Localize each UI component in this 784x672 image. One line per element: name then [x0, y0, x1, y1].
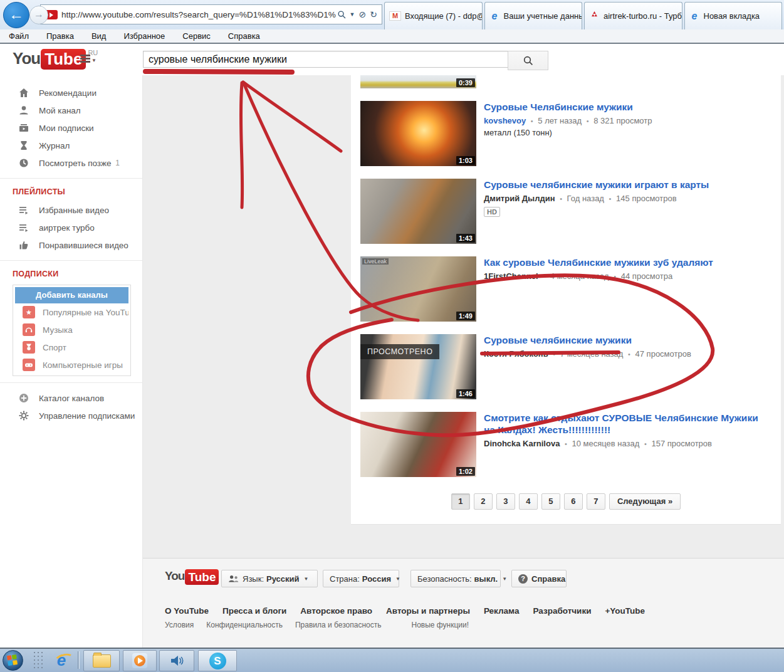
country-dropdown[interactable]: Страна: Россия ▼ — [323, 570, 399, 587]
taskbar-grip-handle[interactable] — [33, 651, 44, 669]
youtube-header: You Tube RU ▼ — [0, 44, 784, 75]
safety-dropdown[interactable]: Безопасность: выкл. ▼ — [410, 570, 501, 587]
menu-favorites[interactable]: Избранное — [115, 31, 174, 41]
compatibility-icon[interactable]: ⊘ — [359, 9, 367, 19]
footer-link-developers[interactable]: Разработчики — [533, 606, 591, 616]
channel-link[interactable]: 1FirstChannel — [484, 271, 538, 281]
sidebar-item-liked-videos[interactable]: Понравившиеся видео — [0, 236, 142, 254]
taskbar-volume-button[interactable] — [159, 650, 194, 671]
add-channels-button[interactable]: Добавить каналы — [15, 287, 128, 303]
separator-dot: • — [628, 350, 630, 358]
logo-you-text: You — [165, 569, 184, 585]
video-thumbnail[interactable]: 1:03 — [360, 101, 476, 166]
video-age: Год назад — [567, 194, 604, 203]
menu-file[interactable]: Файл — [0, 31, 38, 41]
guide-menu-button[interactable]: ▼ — [80, 55, 97, 65]
sidebar-item-manage-subscriptions[interactable]: Управление подписками — [0, 407, 142, 424]
view-count: 145 просмотров — [616, 194, 677, 203]
tab-gmail[interactable]: M Входящие (7) - ddp@as... — [384, 2, 483, 29]
footer-link-advertise[interactable]: Реклама — [484, 606, 520, 616]
search-result-4: ПРОСМОТРЕНО 1:46 Суровые челябинские муж… — [360, 334, 781, 399]
page-button-1[interactable]: 1 — [451, 493, 470, 510]
menu-view[interactable]: Вид — [83, 31, 115, 41]
sidebar-item-music[interactable]: Музыка — [15, 321, 128, 339]
media-player-icon — [132, 653, 147, 668]
channel-link[interactable]: kovshevoy — [484, 116, 526, 125]
taskbar-explorer-button[interactable] — [83, 650, 120, 671]
footer-link-copyright[interactable]: Авторское право — [300, 606, 372, 616]
search-input[interactable] — [143, 51, 513, 68]
video-title-link[interactable]: Как суровые Челябинские мужики зуб удаля… — [484, 256, 760, 268]
footer-link-about[interactable]: О YouTube — [165, 606, 209, 616]
sidebar-item-favorites-playlist[interactable]: Избранные видео — [0, 201, 142, 219]
tab-credentials[interactable]: e Ваши учетные данные ... — [484, 2, 583, 29]
search-button[interactable] — [508, 51, 548, 70]
video-title-link[interactable]: Смотрите как отдыхают СУРОВЫЕ Челябински… — [484, 412, 760, 436]
next-page-button[interactable]: Следующая » — [609, 493, 681, 510]
menu-help[interactable]: Справка — [219, 31, 269, 41]
games-gamepad-icon — [23, 359, 35, 371]
sidebar: Рекомендации Мой канал Мои подписки Журн… — [0, 75, 143, 649]
channel-link[interactable]: Dinohcka Karnilova — [484, 439, 560, 448]
footer-link-plus-youtube[interactable]: +YouTube — [605, 606, 645, 616]
language-dropdown[interactable]: Язык: Русский ▼ — [221, 570, 318, 587]
plus-circle-icon — [18, 392, 30, 404]
url-text[interactable]: http://www.youtube.com/results?search_qu… — [61, 10, 336, 19]
sidebar-item-label: Музыка — [43, 325, 73, 335]
page-button-4[interactable]: 4 — [519, 493, 538, 510]
footer-link-new-features[interactable]: Новые функции! — [411, 621, 469, 629]
sidebar-item-watch-later[interactable]: Посмотреть позже 1 — [0, 154, 142, 172]
video-thumbnail[interactable]: ПРОСМОТРЕНО 1:46 — [360, 334, 476, 399]
page-button-7[interactable]: 7 — [587, 493, 605, 510]
footer-link-safety[interactable]: Правила и безопасность — [295, 621, 382, 629]
question-icon: ? — [518, 574, 528, 584]
tab-new[interactable]: e Новая вкладка — [684, 2, 783, 29]
menu-edit[interactable]: Правка — [38, 31, 83, 41]
help-button[interactable]: ? Справка — [511, 570, 567, 587]
tab-airtrek[interactable]: airtrek-turbo.ru - Турбо... — [584, 2, 682, 29]
video-title-link[interactable]: Суровые челябинские мужики — [484, 334, 760, 346]
page-button-3[interactable]: 3 — [496, 493, 515, 510]
footer-link-creators[interactable]: Авторы и партнеры — [386, 606, 470, 616]
footer-link-terms[interactable]: Условия — [165, 621, 194, 629]
video-title-link[interactable]: Суровые челябинские мужики играют в карт… — [484, 179, 760, 191]
browser-navigation-bar: ← → http://www.youtube.com/results?searc… — [0, 0, 784, 29]
sidebar-item-channel-catalog[interactable]: Каталог каналов — [0, 389, 142, 407]
back-button[interactable]: ← — [3, 2, 29, 28]
address-search-icon[interactable] — [337, 10, 347, 19]
channel-link[interactable]: Костя Рябоконь — [484, 349, 548, 359]
sidebar-item-popular[interactable]: ★ Популярные на YouTube — [15, 303, 128, 321]
footer-youtube-logo[interactable]: You Tube — [165, 569, 219, 585]
sidebar-item-my-subscriptions[interactable]: Мои подписки — [0, 119, 142, 137]
video-title-link[interactable]: Суровые Челябинские мужики — [484, 101, 760, 113]
channel-link[interactable]: Дмитрий Дылдин — [484, 194, 555, 203]
menu-tools[interactable]: Сервис — [174, 31, 219, 41]
footer-link-privacy[interactable]: Конфиденциальность — [206, 621, 283, 629]
sidebar-item-sport[interactable]: Спорт — [15, 339, 128, 356]
video-thumbnail[interactable]: LiveLeak 1:49 — [360, 256, 476, 322]
page-button-5[interactable]: 5 — [541, 493, 560, 510]
taskbar-ie-button[interactable]: e — [48, 650, 75, 670]
taskbar-media-player-button[interactable] — [123, 650, 157, 671]
search-results-panel: 0:39 1:03 Суровые Челябинские мужики kov… — [351, 75, 781, 525]
address-bar[interactable]: http://www.youtube.com/results?search_qu… — [40, 4, 382, 24]
page-button-2[interactable]: 2 — [474, 493, 493, 510]
sidebar-item-history[interactable]: Журнал — [0, 137, 142, 154]
start-button[interactable] — [3, 650, 23, 671]
video-thumbnail[interactable]: 1:02 — [360, 412, 476, 477]
video-thumbnail[interactable]: 1:43 — [360, 179, 476, 244]
ie-icon: e — [489, 11, 500, 22]
footer-link-press[interactable]: Пресса и блоги — [222, 606, 286, 616]
sidebar-item-airtrek-playlist[interactable]: аиртрек турбо — [0, 219, 142, 236]
address-dropdown-icon[interactable]: ▼ — [350, 11, 355, 18]
video-thumbnail-partial[interactable]: 0:39 — [360, 75, 476, 88]
sidebar-item-my-channel[interactable]: Мой канал — [0, 102, 142, 119]
sidebar-item-recommendations[interactable]: Рекомендации — [0, 84, 142, 102]
refresh-icon[interactable]: ↻ — [370, 9, 377, 19]
taskbar-skype-button[interactable]: S — [198, 650, 237, 671]
ie-icon: e — [689, 11, 700, 22]
page-button-6[interactable]: 6 — [564, 493, 583, 510]
windows-flag-icon — [7, 654, 18, 666]
forward-button[interactable]: → — [29, 6, 48, 24]
sidebar-item-games[interactable]: Компьютерные игры — [15, 356, 128, 374]
